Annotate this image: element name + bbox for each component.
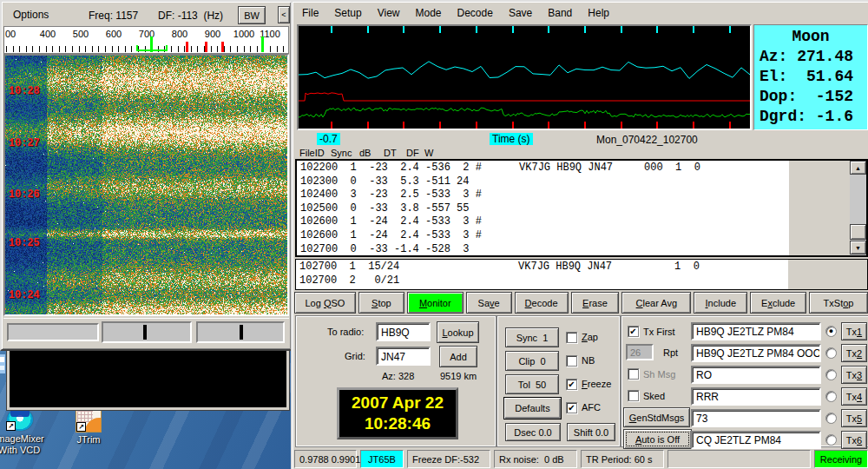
waterfall-canvas[interactable] [5,56,287,314]
nb-checkbox[interactable] [566,355,577,367]
freq-readout: Freq: 1157 [89,10,138,22]
scrollbar-up-button[interactable]: ▲ [850,161,866,175]
stop-button[interactable]: Stop [358,292,404,314]
menu-help[interactable]: Help [580,4,617,22]
slider-thumb[interactable] [143,325,147,340]
decode-line[interactable]: 102600 1 -24 2.4 -533 3 # [300,229,789,243]
menu-band[interactable]: Band [540,4,580,22]
tx6-button[interactable]: Tx6 [841,431,867,449]
log-qso-button[interactable]: Log QSO [294,292,356,314]
tx4-button[interactable]: Tx4 [841,387,867,406]
tx1-message-field[interactable]: HB9Q JE2TLZ PM84 [691,322,821,340]
menu-options[interactable]: Options [5,6,56,23]
add-button[interactable]: Add [439,346,477,367]
btn-label: p [848,298,853,308]
tx2-message-field[interactable]: HB9Q JE2TLZ PM84 OOO [691,344,821,362]
status-receiving: Receiving [814,450,868,468]
gen-std-msgs-button[interactable]: GenStdMsgs [623,407,690,427]
menu-view[interactable]: View [370,4,408,22]
speed-slider[interactable] [102,321,192,343]
menu-setup[interactable]: Setup [326,4,369,22]
rpt-field[interactable]: 26 [626,344,654,360]
dsec-control[interactable]: Dsec 0.0 [505,423,561,441]
btn-label: SO [331,298,345,308]
tx5-button[interactable]: Tx5 [841,409,867,427]
btn-label: rase [589,298,607,308]
desktop-icon-imagemixer[interactable]: ↗ ImageMixer With VCD [0,406,50,459]
console-window[interactable] [6,346,290,411]
desktop-icon-jtrim[interactable]: ↗ JTrim [62,408,115,460]
decode-line[interactable]: 102300 0 -33 5.3 -511 24 [300,175,789,189]
decode-line[interactable]: 102400 3 -23 2.5 -533 3 # [300,188,789,202]
btn-label: uto is Off [641,434,680,445]
decode-scrollbar[interactable]: ▲ ▼ [850,161,866,255]
erase-button[interactable]: Erase [571,292,620,314]
menu-decode[interactable]: Decode [450,4,501,22]
avg-line[interactable]: 102700 2 0/21 [299,274,788,288]
console-client-area [10,349,286,407]
tx3-radio[interactable] [825,369,837,380]
tx5-message-field[interactable]: 73 [691,409,821,427]
tx1-radio[interactable]: ● [825,326,837,337]
tx4-message-field[interactable]: RRR [691,387,821,406]
auto-is-off-button[interactable]: Auto is Off [623,429,692,449]
sync-control[interactable]: Sync 1 [505,327,559,347]
tx5-radio[interactable] [825,413,837,424]
btn-label: Tx [846,348,857,359]
txstop-button[interactable]: TxStop [809,292,868,314]
decode-line[interactable]: 102600 1 -24 2.4 -533 3 # [300,215,789,229]
btn-label: Q [324,298,332,308]
tx-message: 73 [696,413,707,425]
avg-text-area[interactable]: 102700 1 15/24 VK7JG HB9Q JN47 1 0 10270… [296,260,788,289]
clear-avg-button[interactable]: Clear Avg [621,292,691,314]
decode-line[interactable]: 102700 0 -33 -1.4 -528 3 [300,243,789,255]
sh-msg-checkbox[interactable] [628,368,639,380]
gain-slider[interactable] [196,321,285,343]
avg-line[interactable]: 102700 1 15/24 VK7JG HB9Q JN47 1 0 [299,261,788,274]
to-radio-input[interactable]: HB9Q [376,322,431,341]
monitor-button[interactable]: Monitor [407,292,464,314]
tx4-radio[interactable] [825,391,837,402]
col-fileid: FileID [299,148,325,158]
zap-label: Zap [582,332,598,342]
decode-button[interactable]: Decode [515,292,569,314]
defaults-button[interactable]: Defaults [503,397,562,419]
tx1-button[interactable]: Tx1 [841,322,867,340]
frequency-scale[interactable]: 00 400 500 600 700 800 900 1000 1100 [3,26,289,54]
tx2-button[interactable]: Tx2 [841,344,867,362]
tx3-button[interactable]: Tx3 [841,366,867,384]
scroll-left-button[interactable]: < [278,6,290,23]
grid-input[interactable]: JN47 [376,347,431,366]
tx2-radio[interactable] [825,347,837,359]
decode-area-filler [789,161,850,255]
lookup-button[interactable]: Lookup [437,321,479,343]
sync-graph-panel [297,24,752,130]
shift-control[interactable]: Shift 0.0 [567,423,615,441]
save-button[interactable]: Save [466,292,512,314]
decode-line[interactable]: 102500 0 -33 3.8 -557 55 [300,202,789,216]
clip-control[interactable]: Clip 0 [505,351,559,371]
tx3-message-field[interactable]: RO [691,366,821,384]
sked-checkbox[interactable] [628,390,639,401]
btn-label: 3 [857,370,862,380]
freeze-checkbox[interactable]: ✔ [566,379,577,390]
menu-file[interactable]: File [294,4,326,22]
tx6-radio[interactable] [825,434,837,446]
decode-line[interactable]: 102200 1 -23 2.4 -536 2 # VK7JG HB9Q JN4… [300,162,789,175]
scrollbar-thumb[interactable] [850,224,866,240]
zap-checkbox[interactable] [566,332,577,343]
tx6-message-field[interactable]: CQ JE2TLZ PM84 [691,431,821,449]
bw-button[interactable]: BW [238,6,266,24]
action-button-row: Log QSO Stop Monitor Save Decode Erase C… [294,292,868,314]
tol-control[interactable]: Tol 50 [505,374,559,394]
decode-text-area[interactable]: 102200 1 -23 2.4 -536 2 # VK7JG HB9Q JN4… [297,161,789,255]
menu-mode[interactable]: Mode [408,4,450,22]
afc-checkbox[interactable]: ✔ [566,402,577,413]
tx-first-checkbox[interactable]: ✔ [628,326,639,337]
slider-thumb[interactable] [240,325,243,340]
include-button[interactable]: Include [694,292,747,314]
exclude-button[interactable]: Exclude [750,292,806,314]
sync-graph-canvas [299,26,750,129]
menu-save[interactable]: Save [501,4,540,22]
scrollbar-down-button[interactable]: ▼ [850,241,866,254]
